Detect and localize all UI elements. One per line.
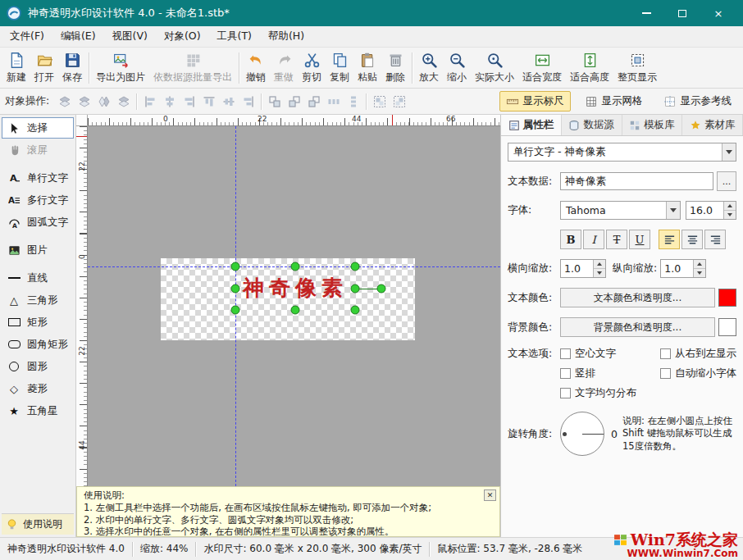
export-image-button[interactable]: 导出为图片	[92, 49, 149, 87]
tool-image[interactable]: 图片	[2, 239, 74, 261]
rotation-dial[interactable]	[560, 412, 604, 456]
menu-view[interactable]: 视图(V)	[104, 26, 156, 47]
copy-button[interactable]: 复制	[326, 49, 353, 87]
same-width-button[interactable]	[265, 92, 284, 111]
align-bottom-button[interactable]	[239, 92, 258, 111]
new-button[interactable]: 新建	[2, 49, 30, 87]
delete-button[interactable]: 删除	[381, 49, 409, 87]
same-size-button[interactable]	[304, 92, 323, 111]
tool-triangle[interactable]: △三角形	[2, 289, 74, 311]
bg-color-button[interactable]: 背景颜色和透明度...	[560, 317, 715, 337]
minimize-button[interactable]	[628, 0, 664, 26]
selection-handle-top-center[interactable]	[291, 262, 300, 271]
tab-data-source[interactable]: 数据源	[562, 115, 622, 135]
tab-material-library[interactable]: 素材库	[682, 115, 743, 135]
bold-button[interactable]: B	[560, 230, 581, 249]
align-top-button[interactable]	[199, 92, 218, 111]
align-text-right-button[interactable]	[704, 230, 726, 249]
italic-button[interactable]: I	[583, 230, 604, 249]
checkbox-vertical-text[interactable]: 竖排	[560, 367, 657, 380]
open-button[interactable]: 打开	[30, 49, 58, 87]
selection-handle-bottom-left[interactable]	[231, 306, 240, 315]
object-selector-dropdown[interactable]: 单行文字 - 神奇像素	[508, 143, 736, 162]
checkbox-auto-shrink-font[interactable]: 自动缩小字体	[660, 367, 736, 380]
bg-color-swatch[interactable]	[718, 318, 736, 336]
tool-pan[interactable]: 滚屏	[2, 139, 74, 161]
zoom-out-button[interactable]: 缩小	[443, 49, 471, 87]
tab-template-library[interactable]: 模板库	[622, 115, 683, 135]
save-button[interactable]: 保存	[58, 49, 86, 87]
close-button[interactable]: ×	[700, 0, 736, 26]
actual-size-button[interactable]: 实际大小	[471, 49, 518, 87]
distribute-vertical-button[interactable]	[344, 92, 362, 111]
tool-select[interactable]: 选择	[2, 117, 74, 139]
align-center-horizontal-button[interactable]	[160, 92, 179, 111]
v-scale-spinner[interactable]: 1.0	[660, 259, 706, 278]
align-text-center-button[interactable]	[681, 230, 703, 249]
menu-edit[interactable]: 编辑(E)	[52, 26, 104, 47]
undo-button[interactable]: 撤销	[242, 49, 270, 87]
fit-height-button[interactable]: 适合高度	[566, 49, 613, 87]
text-color-swat​ch[interactable]	[718, 289, 736, 307]
spinner-arrows[interactable]	[723, 202, 736, 219]
align-middle-vertical-button[interactable]	[219, 92, 238, 111]
menu-help[interactable]: 帮助(H)	[260, 26, 312, 47]
text-data-input[interactable]: 神奇像素	[560, 172, 713, 190]
tool-single-line-text[interactable]: 单行文字	[2, 167, 74, 189]
rotation-handle[interactable]	[377, 285, 386, 294]
underline-button[interactable]: U	[629, 230, 650, 249]
group-button[interactable]	[370, 92, 389, 111]
distribute-horizontal-button[interactable]	[324, 92, 343, 111]
font-family-dropdown[interactable]: Tahoma	[560, 201, 681, 220]
checkbox-hollow-text[interactable]: 空心文字	[560, 347, 657, 361]
zoom-in-button[interactable]: 放大	[415, 49, 443, 87]
tool-multi-line-text[interactable]: 多行文字	[2, 189, 74, 211]
tool-diamond[interactable]: ◇菱形	[2, 378, 74, 399]
selection-handle-bottom-right[interactable]	[351, 306, 360, 315]
bring-to-front-button[interactable]	[55, 92, 74, 111]
selection-handle-top-left[interactable]	[231, 262, 240, 271]
show-guides-button[interactable]: 显示参考线	[657, 91, 739, 112]
text-color-button[interactable]: 文本颜色和透明度...	[560, 288, 715, 307]
tool-line[interactable]: 直线	[2, 267, 74, 289]
usage-help-button[interactable]: 使用说明	[2, 513, 74, 535]
tool-arc-text[interactable]: 圆弧文字	[2, 212, 74, 233]
send-to-back-button[interactable]	[75, 92, 93, 111]
h-scale-spinner[interactable]: 1.0	[560, 259, 606, 278]
checkbox-right-to-left[interactable]: 从右到左显示	[660, 347, 736, 361]
checkbox-even-distribution[interactable]: 文字均匀分布	[560, 386, 657, 400]
move-down-layer-button[interactable]	[114, 92, 133, 111]
paste-button[interactable]: 粘贴	[353, 49, 381, 87]
show-grid-button[interactable]: 显示网格	[578, 91, 650, 112]
selection-handle-middle-left[interactable]	[231, 285, 240, 294]
menu-tools[interactable]: 工具(T)	[209, 26, 260, 47]
maximize-button[interactable]	[664, 0, 700, 26]
show-ruler-button[interactable]: 显示标尺	[499, 91, 571, 112]
align-right-button[interactable]	[180, 92, 198, 111]
close-help-button[interactable]: ✕	[484, 489, 496, 501]
menu-object[interactable]: 对象(O)	[156, 26, 209, 47]
tool-rounded-rectangle[interactable]: 圆角矩形	[2, 334, 74, 355]
tool-star[interactable]: ★五角星	[2, 400, 74, 421]
tab-properties[interactable]: 属性栏	[501, 115, 562, 135]
ungroup-button[interactable]	[390, 92, 408, 111]
move-up-layer-button[interactable]	[94, 92, 113, 111]
selection-handle-middle-right[interactable]	[351, 285, 360, 294]
browse-button[interactable]: ...	[717, 171, 736, 191]
spinner-arrows[interactable]	[693, 260, 705, 277]
rotation-dial-dot[interactable]	[563, 432, 567, 436]
watermark-text-object[interactable]: 神奇像素	[235, 266, 355, 310]
redo-button[interactable]: 重做	[270, 49, 298, 87]
selection-handle-top-right[interactable]	[351, 262, 360, 271]
cut-button[interactable]: 剪切	[298, 49, 326, 87]
align-text-left-button[interactable]	[659, 230, 680, 249]
tool-circle[interactable]: 圆形	[2, 356, 74, 377]
fit-width-button[interactable]: 适合宽度	[518, 49, 566, 87]
selection-handle-bottom-center[interactable]	[291, 306, 300, 315]
menu-file[interactable]: 文件(F)	[2, 26, 52, 47]
fit-page-button[interactable]: 整页显示	[613, 49, 661, 87]
strikethrough-button[interactable]: T	[606, 230, 627, 249]
batch-export-button[interactable]: 依数据源批量导出	[149, 49, 236, 87]
align-left-button[interactable]	[140, 92, 159, 111]
canvas-viewport[interactable]: 神奇像素	[88, 126, 500, 486]
